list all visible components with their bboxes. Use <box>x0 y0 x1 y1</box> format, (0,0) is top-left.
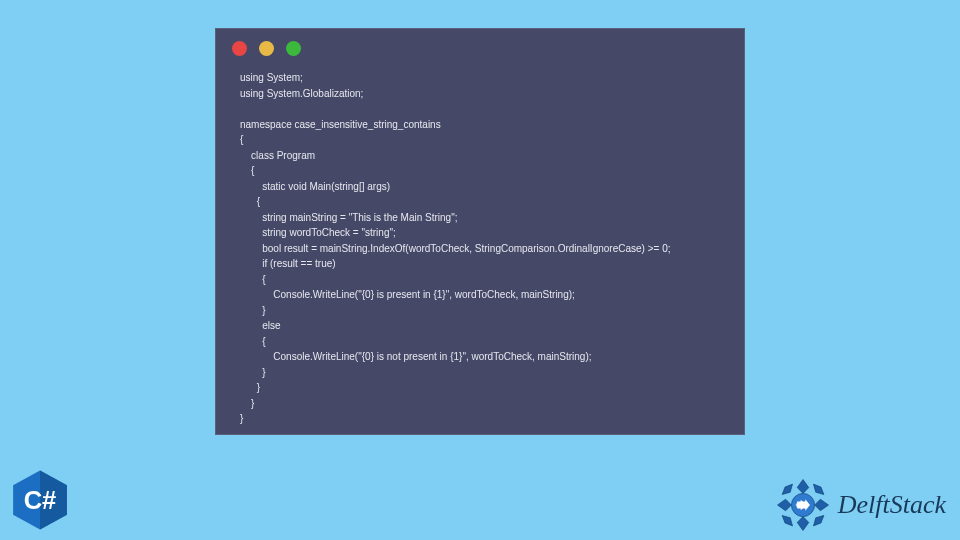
code-block: using System; using System.Globalization… <box>216 64 744 445</box>
csharp-logo-icon: C# <box>8 468 72 532</box>
window-traffic-lights <box>216 29 744 64</box>
close-icon <box>232 41 247 56</box>
minimize-icon <box>259 41 274 56</box>
csharp-label: C# <box>24 486 57 514</box>
delftstack-logo-icon: </> <box>774 476 832 534</box>
delftstack-brand: </> DelftStack <box>774 476 946 534</box>
maximize-icon <box>286 41 301 56</box>
delftstack-label: DelftStack <box>838 490 946 520</box>
code-window: using System; using System.Globalization… <box>215 28 745 435</box>
svg-text:</>: </> <box>795 501 807 509</box>
